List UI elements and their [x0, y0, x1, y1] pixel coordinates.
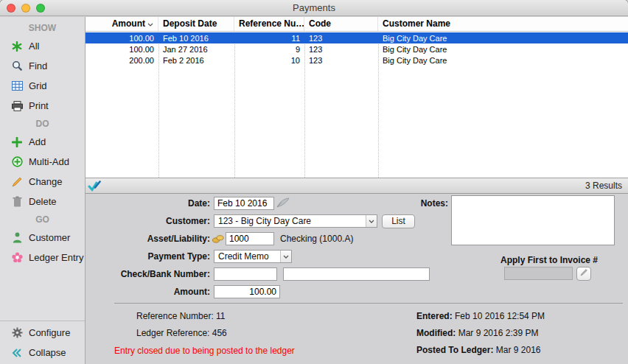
flower-icon	[10, 252, 24, 263]
sidebar-item-grid[interactable]: Grid	[0, 76, 85, 96]
ledger-reference-value: 456	[212, 328, 227, 338]
customer-label: Customer:	[86, 214, 210, 228]
amount-input[interactable]	[214, 285, 280, 298]
sort-indicator-icon	[147, 17, 153, 31]
checkmark-logo-icon	[88, 181, 101, 195]
zoom-window-button[interactable]	[36, 4, 45, 13]
posted-to-ledger-info: Posted To Ledger: Mar 9 2016	[416, 346, 541, 355]
apply-first-invoice-label: Apply First to Invoice #	[454, 255, 598, 265]
sidebar-item-change[interactable]: Change	[0, 172, 85, 192]
window-controls	[7, 4, 45, 13]
sidebar-section-go: GO	[0, 211, 85, 228]
column-header-code[interactable]: Code	[304, 17, 378, 31]
sidebar-item-print[interactable]: Print	[0, 96, 85, 116]
sidebar-item-configure[interactable]: Configure	[0, 323, 85, 343]
sidebar-item-grid-label: Grid	[29, 80, 47, 91]
sidebar-footer: Configure Collapse	[0, 321, 85, 363]
bank-number-input[interactable]	[283, 267, 430, 281]
sidebar-item-collapse[interactable]: Collapse	[0, 343, 85, 363]
quill-icon[interactable]	[276, 197, 290, 209]
cell-amount: 100.00	[86, 34, 158, 43]
cell-customer-name: Big City Day Care	[378, 34, 628, 43]
table-row[interactable]: 200.00 Feb 2 2016 10 123 Big City Day Ca…	[86, 55, 628, 66]
sidebar-item-ledger-entry[interactable]: Ledger Entry	[0, 248, 85, 267]
main-area: Amount Deposit Date Reference Nu… Code C…	[86, 17, 628, 364]
customer-dropdown-value: 123 - Big City Day Care	[214, 216, 366, 226]
sidebar-item-all[interactable]: All	[0, 36, 85, 56]
sidebar-item-find-label: Find	[29, 60, 47, 71]
customer-dropdown[interactable]: 123 - Big City Day Care	[214, 214, 377, 228]
entered-label: Entered:	[416, 311, 453, 321]
cell-customer-name: Big City Day Care	[378, 56, 628, 65]
date-label: Date:	[86, 197, 210, 210]
sidebar-item-find[interactable]: Find	[0, 56, 85, 76]
cell-deposit-date: Jan 27 2016	[158, 45, 234, 54]
circle-plus-icon	[10, 156, 24, 167]
cell-reference-number: 11	[234, 34, 304, 43]
payment-detail-form: Date: Customer: 123 - Big City Day Care …	[86, 194, 628, 364]
close-window-button[interactable]	[7, 4, 15, 13]
sidebar-divider	[0, 321, 85, 321]
column-header-amount[interactable]: Amount	[86, 17, 158, 31]
chevron-down-icon	[280, 251, 291, 262]
column-header-amount-label: Amount	[112, 17, 145, 31]
sidebar-item-multi-add[interactable]: Multi-Add	[0, 152, 85, 172]
sidebar-item-customer[interactable]: Customer	[0, 228, 85, 248]
check-number-input[interactable]	[214, 267, 277, 281]
date-input[interactable]	[214, 197, 274, 210]
posted-to-ledger-value: Mar 9 2016	[496, 345, 541, 355]
cell-amount: 200.00	[86, 56, 158, 65]
apply-invoice-edit-button[interactable]	[576, 267, 591, 281]
plus-icon	[10, 137, 24, 147]
amount-label: Amount:	[86, 285, 210, 298]
sidebar: SHOW All Find Grid Print DO Add Multi-Ad…	[0, 17, 86, 364]
cell-deposit-date: Feb 10 2016	[158, 34, 234, 43]
cell-code: 123	[304, 56, 378, 65]
entered-value: Feb 10 2016 12:54 PM	[455, 311, 545, 321]
asterisk-icon	[10, 41, 24, 52]
payment-type-dropdown[interactable]: Credit Memo	[214, 250, 292, 263]
minimize-window-button[interactable]	[21, 4, 30, 13]
column-header-customer-name[interactable]: Customer Name	[378, 17, 628, 31]
sidebar-item-add-label: Add	[29, 136, 46, 147]
sidebar-item-all-label: All	[29, 41, 39, 52]
window-title: Payments	[0, 0, 628, 16]
cell-reference-number: 9	[234, 45, 304, 54]
sidebar-item-multi-add-label: Multi-Add	[29, 156, 69, 167]
entered-info: Entered: Feb 10 2016 12:54 PM	[416, 312, 545, 321]
posted-to-ledger-label: Posted To Ledger:	[416, 345, 493, 355]
reference-number-label: Reference Number:	[136, 311, 214, 321]
column-header-reference-number[interactable]: Reference Nu…	[234, 17, 304, 31]
sidebar-item-ledger-entry-label: Ledger Entry	[29, 252, 83, 263]
cell-code: 123	[304, 34, 378, 43]
sidebar-item-delete-label: Delete	[29, 196, 57, 207]
sidebar-item-collapse-label: Collapse	[29, 347, 66, 358]
table-row[interactable]: 100.00 Feb 10 2016 11 123 Big City Day C…	[86, 32, 628, 43]
sidebar-item-configure-label: Configure	[29, 327, 70, 338]
status-bar: 3 Results	[86, 178, 628, 194]
printer-icon	[10, 101, 24, 111]
check-bank-number-label: Check/Bank Number:	[86, 267, 210, 281]
asset-account-input[interactable]	[226, 232, 274, 245]
notes-textarea[interactable]	[451, 195, 615, 245]
ledger-reference-label: Ledger Reference:	[136, 328, 209, 338]
cell-code: 123	[304, 45, 378, 54]
cell-customer-name: Big City Day Care	[378, 45, 628, 54]
sidebar-item-delete[interactable]: Delete	[0, 192, 85, 211]
sidebar-item-add[interactable]: Add	[0, 132, 85, 152]
coins-icon[interactable]	[212, 234, 224, 243]
reference-number-value: 11	[216, 311, 225, 321]
entry-closed-message: Entry closed due to being posted to the …	[114, 346, 295, 356]
collapse-icon	[10, 348, 24, 358]
modified-value: Mar 9 2016 2:39 PM	[458, 328, 539, 338]
chevron-down-icon	[366, 215, 377, 227]
column-header-deposit-date[interactable]: Deposit Date	[158, 17, 234, 31]
sidebar-section-do: DO	[0, 116, 85, 132]
table-row[interactable]: 100.00 Jan 27 2016 9 123 Big City Day Ca…	[86, 43, 628, 55]
list-button[interactable]: List	[382, 214, 415, 228]
asset-account-description: Checking (1000.A)	[280, 232, 353, 245]
titlebar: Payments	[0, 0, 628, 16]
person-icon	[10, 232, 24, 243]
payments-table: 100.00 Feb 10 2016 11 123 Big City Day C…	[86, 32, 628, 178]
reference-number-info: Reference Number: 11	[136, 312, 226, 321]
